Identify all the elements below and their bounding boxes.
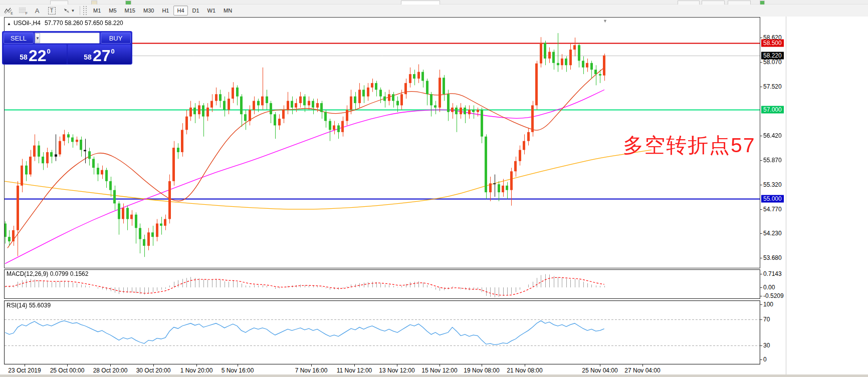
chart-shift-marker-icon[interactable]: ▼ [603,19,607,24]
timeframe-bar: M1M5M15M30H1H4D1W1MN [89,6,236,16]
buy-price-pips: 27 [93,48,111,63]
time-axis-tick [238,364,238,366]
tab-timeframe-MN[interactable]: MN [220,6,236,16]
rsi-indicator-canvas[interactable] [4,300,760,364]
time-axis-tick [525,364,525,366]
chart-text-annotation: 多空转折点57 [623,132,756,159]
icon-sub-label: F [26,12,28,15]
macd-indicator-canvas[interactable] [4,269,760,299]
toolbar-separator [80,6,80,15]
indicators-icon[interactable]: E [2,6,15,16]
axis-tick [760,233,762,234]
cutoff-button [702,1,725,5]
cutoff-button [678,1,700,5]
mt4-terminal: { "toolbar": { "tools": [ {"id":"indicat… [0,0,868,377]
collapse-arrow-icon[interactable]: ▲ [7,22,11,26]
buy-price-base: 58 [84,53,92,61]
axis-tick [760,160,762,161]
sell-price-display[interactable]: 58 22 0 [4,45,67,64]
tab-timeframe-M5[interactable]: M5 [105,6,120,16]
time-axis-label: 1 Nov 20:00 [180,367,213,374]
time-axis-tick [397,364,397,366]
macd-axis-label: 0.00 [763,284,775,291]
arrows-tool-icon[interactable]: ▼ [60,6,78,16]
toolbar-grip[interactable] [83,6,87,15]
time-axis-label: 5 Nov 16:00 [222,367,254,374]
time-axis-label: 21 Nov 08:00 [507,367,542,374]
price-axis-label: 57.520 [763,83,782,90]
time-axis-tick [153,364,154,366]
rsi-axis-label: 70 [763,316,770,323]
axis-tick [760,345,762,346]
volume-decrease-button[interactable]: ▼ [35,33,40,43]
axis-tick [760,209,762,210]
cutoff-dropdown [401,1,440,5]
price-axis-label: 54.230 [763,230,782,237]
axis-tick [760,319,762,320]
axis-tick [760,287,762,288]
rsi-axis-label: 0 [763,356,767,363]
dropdown-caret-icon: ▼ [71,9,75,13]
time-axis-label: 13 Nov 12:00 [379,367,414,374]
price-badge-57.000: 57.000 [761,106,784,114]
tab-timeframe-M1[interactable]: M1 [90,6,104,16]
price-axis[interactable]: 58.62058.07057.52056.42055.87055.32054.7… [760,17,786,364]
tab-timeframe-D1[interactable]: D1 [189,6,203,16]
time-axis-label: 23 Oct 2019 [8,367,41,374]
sell-price-pips: 22 [29,48,47,63]
chart-toolbar: E F A T ▼ M1M5M15M30H1H4D1W1MN [0,5,868,17]
buy-price-display[interactable]: 58 27 0 [68,45,131,64]
time-axis-label: 30 Oct 20:00 [136,367,171,374]
price-badge-58.500: 58.500 [761,39,784,47]
axis-tick [760,296,762,296]
volume-input[interactable] [40,33,100,43]
one-click-trade-panel: SELL ▼ ▲ BUY 58 22 0 58 27 0 [2,31,132,65]
empty-client-area [786,17,868,374]
time-axis-tick [110,364,111,366]
text-label-icon[interactable]: T [45,6,58,16]
cutoff-button [91,1,97,5]
time-axis[interactable]: 23 Oct 201925 Oct 00:0028 Oct 20:0030 Oc… [4,364,760,374]
time-axis-tick [311,364,312,366]
time-axis-label: 27 Nov 04:00 [624,367,660,374]
price-badge-55.000: 55.000 [761,195,784,203]
tab-timeframe-H4[interactable]: H4 [173,6,187,16]
axis-tick [760,274,762,274]
time-axis-tick [642,364,643,366]
buy-button[interactable]: BUY [101,33,131,44]
macd-axis-label: -0.5209 [763,292,784,299]
cutoff-button [125,1,131,5]
time-axis-label: 15 Nov 12:00 [421,367,457,374]
price-badge-58.220: 58.220 [761,52,784,59]
axis-tick [760,304,762,305]
axis-tick [760,87,762,87]
chart-title: ▲USOil-,H457.770 58.260 57.650 58.220 [7,20,123,27]
grid-icon[interactable]: F [16,6,29,16]
buy-price-point: 0 [111,48,114,55]
sell-button[interactable]: SELL [4,33,34,44]
axis-tick [760,62,762,63]
sell-price-base: 58 [20,53,28,61]
volume-box: ▼ ▲ [35,33,100,44]
icon-sub-label: E [11,12,13,15]
time-axis-label: 28 Oct 20:00 [93,367,128,374]
price-axis-label: 58.070 [763,59,782,66]
cutoff-button [728,1,751,5]
time-axis-tick [354,364,355,366]
text-annotation-icon[interactable]: A [31,6,44,16]
time-axis-label: 19 Nov 08:00 [464,367,499,374]
tab-timeframe-M30[interactable]: M30 [140,6,157,16]
tab-timeframe-M15[interactable]: M15 [121,6,139,16]
time-axis-label: 25 Oct 00:00 [50,367,85,374]
cutoff-toolbar-row [0,0,868,5]
time-axis-label: 25 Nov 04:00 [582,367,617,374]
rsi-axis-label: 30 [763,342,770,349]
rsi-axis-label: 100 [763,301,773,308]
tab-timeframe-W1[interactable]: W1 [204,6,220,16]
price-axis-label: 55.320 [763,181,782,188]
sell-price-point: 0 [47,48,50,55]
tab-timeframe-H1[interactable]: H1 [158,6,172,16]
axis-tick [760,258,762,258]
time-axis-label: 7 Nov 16:00 [295,367,328,374]
symbol-timeframe: USOil-,H4 [14,20,41,27]
